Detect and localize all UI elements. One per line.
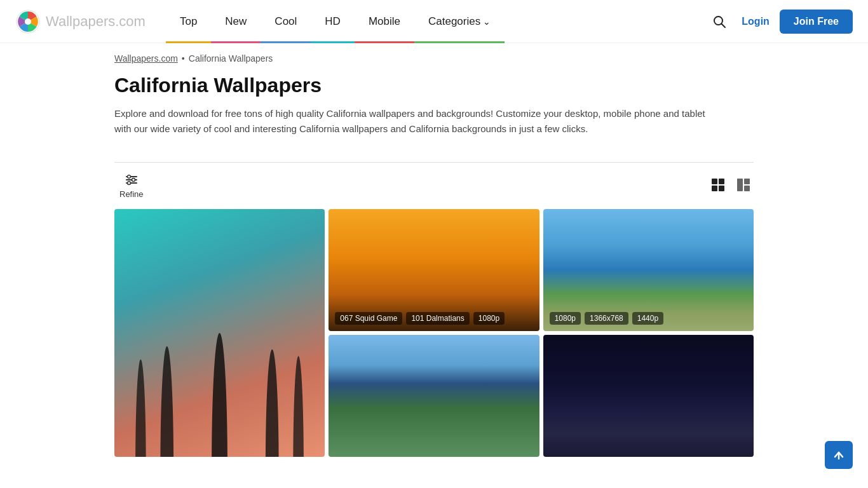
- gallery-item[interactable]: [543, 335, 754, 457]
- grid-view-icon: [710, 177, 726, 193]
- svg-point-9: [127, 182, 130, 185]
- list-view-button[interactable]: [733, 175, 754, 197]
- tag: 1080p: [550, 312, 581, 325]
- tag: 1080p: [473, 312, 505, 325]
- svg-rect-16: [744, 186, 750, 191]
- svg-point-7: [127, 175, 130, 179]
- gallery-item[interactable]: [329, 335, 539, 457]
- login-link[interactable]: Login: [742, 16, 770, 27]
- categories-chevron-icon: ⌄: [483, 17, 491, 27]
- tag: 101 Dalmatians: [406, 312, 469, 325]
- tag-group: 1080p 868x488 1440p: [550, 312, 663, 325]
- svg-rect-12: [712, 186, 717, 191]
- breadcrumb-area: Wallpapers.com • California Wallpapers: [0, 43, 868, 69]
- wallpaper-gallery: 067 Squid Game 101 Dalmatians 1080p 1080…: [0, 209, 868, 482]
- grid-view-button[interactable]: [708, 175, 728, 197]
- search-icon: [712, 15, 726, 29]
- page-description: Explore and download for free tons of hi…: [114, 106, 724, 137]
- page-title-area: California Wallpapers Explore and downlo…: [0, 69, 868, 144]
- nav-mobile[interactable]: Mobile: [355, 0, 414, 43]
- tag-group: 067 Squid Game 101 Dalmatians 1080p: [335, 312, 505, 325]
- tag: 1440p: [632, 312, 663, 325]
- svg-point-8: [132, 179, 135, 182]
- list-view-icon: [736, 177, 751, 193]
- gallery-item[interactable]: [114, 209, 325, 457]
- tag: 868x488: [585, 312, 628, 325]
- svg-rect-13: [719, 186, 724, 191]
- breadcrumb: Wallpapers.com • California Wallpapers: [114, 53, 754, 64]
- join-free-button[interactable]: Join Free: [780, 10, 853, 34]
- header-actions: Login Join Free: [707, 10, 853, 34]
- svg-rect-10: [712, 179, 717, 184]
- nav-cool[interactable]: Cool: [261, 0, 311, 43]
- nav-hd[interactable]: HD: [311, 0, 355, 43]
- gallery-toolbar: Refine: [0, 163, 868, 209]
- view-toggle-group: [708, 175, 754, 197]
- tag: 067 Squid Game: [335, 312, 402, 325]
- refine-icon: [125, 173, 139, 187]
- nav-new[interactable]: New: [211, 0, 261, 43]
- logo-link[interactable]: Wallpapers.com: [15, 9, 146, 34]
- gallery-item[interactable]: 1080p 868x488 1440p: [543, 209, 754, 331]
- svg-point-1: [25, 18, 31, 25]
- gallery-item[interactable]: 067 Squid Game 101 Dalmatians 1080p: [329, 209, 539, 331]
- logo-icon: [15, 9, 41, 34]
- breadcrumb-home[interactable]: Wallpapers.com: [114, 53, 178, 64]
- svg-rect-14: [737, 179, 743, 191]
- page-title: California Wallpapers: [114, 74, 754, 97]
- scroll-to-top-button[interactable]: [825, 441, 853, 469]
- nav-categories[interactable]: Categories ⌄: [414, 0, 505, 43]
- site-header: Wallpapers.com Top New Cool HD Mobile Ca…: [0, 0, 868, 43]
- breadcrumb-current: California Wallpapers: [189, 53, 273, 64]
- logo-brand: Wallpapers.com: [46, 13, 146, 30]
- arrow-up-icon: [832, 449, 845, 461]
- refine-button[interactable]: Refine: [114, 170, 149, 201]
- nav-top[interactable]: Top: [166, 0, 211, 43]
- breadcrumb-separator: •: [182, 53, 185, 64]
- svg-line-3: [722, 24, 726, 27]
- main-nav: Top New Cool HD Mobile Categories ⌄: [166, 0, 707, 43]
- svg-rect-15: [744, 179, 750, 184]
- refine-label: Refine: [119, 189, 144, 199]
- svg-rect-11: [719, 179, 724, 184]
- search-button[interactable]: [707, 10, 731, 34]
